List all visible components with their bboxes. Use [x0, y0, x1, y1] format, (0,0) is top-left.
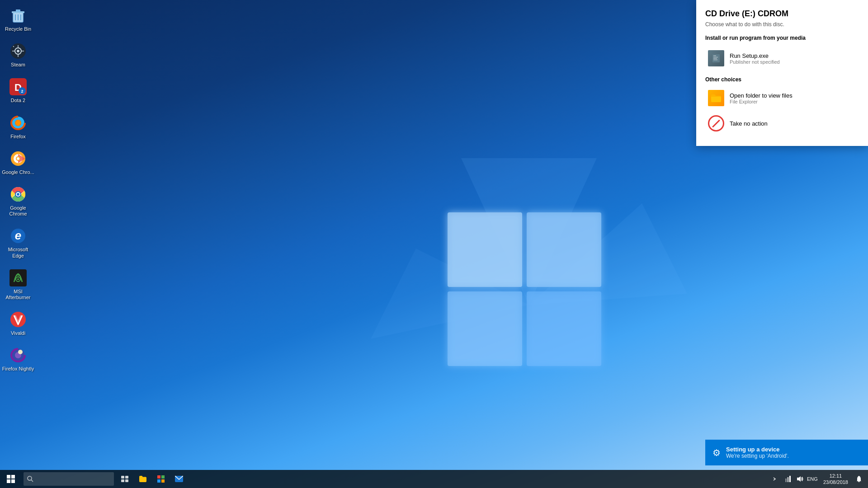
taskbar-mail[interactable] — [170, 470, 188, 488]
svg-rect-55 — [157, 475, 160, 479]
svg-rect-56 — [161, 475, 165, 479]
open-folder-sublabel: File Explorer — [730, 99, 793, 104]
svg-text:2: 2 — [21, 89, 23, 94]
desktop-icon-firefox-nightly[interactable]: Firefox Nightly — [0, 343, 36, 375]
task-view-button[interactable] — [116, 470, 134, 488]
svg-rect-51 — [121, 476, 124, 479]
taskbar-search[interactable] — [24, 472, 114, 486]
tray-language-label: ENG — [807, 476, 818, 482]
desktop-icon-msi-afterburner[interactable]: MSI Afterburner — [0, 266, 36, 303]
tray-expand-icon — [773, 477, 776, 481]
cd-drive-popup: CD Drive (E:) CDROM Choose what to do wi… — [696, 0, 868, 146]
vivaldi-icon — [9, 310, 27, 328]
desktop-icon-microsoft-edge[interactable]: e Microsoft Edge — [0, 224, 36, 261]
task-view-icon — [121, 476, 128, 482]
microsoft-edge-label: Microsoft Edge — [2, 247, 34, 258]
device-toast[interactable]: ⚙ Setting up a device We're setting up '… — [705, 440, 868, 465]
firefox-label: Firefox — [10, 134, 26, 140]
msi-afterburner-label: MSI Afterburner — [2, 289, 34, 300]
run-setup-label: Run Setup.exe — [730, 52, 780, 59]
firefox-nightly-label: Firefox Nightly — [2, 366, 34, 372]
svg-rect-53 — [121, 479, 124, 482]
tray-notifications[interactable] — [854, 474, 864, 484]
svg-line-50 — [31, 480, 33, 482]
svg-rect-64 — [859, 481, 860, 482]
tray-network[interactable] — [782, 474, 793, 484]
svg-rect-41 — [713, 56, 716, 56]
take-no-action-icon — [708, 115, 724, 131]
open-folder-label: Open folder to view files — [730, 92, 793, 99]
recycle-bin-label: Recycle Bin — [5, 26, 31, 32]
open-folder-icon — [708, 90, 724, 106]
svg-point-49 — [28, 476, 32, 480]
svg-rect-61 — [787, 477, 788, 482]
open-folder-option[interactable]: Open folder to view files File Explorer — [705, 86, 859, 110]
cd-popup-subtitle: Choose what to do with this disc. — [705, 21, 859, 28]
desktop-icon-recycle-bin[interactable]: Recycle Bin — [0, 4, 36, 35]
tray-language[interactable]: ENG — [807, 474, 818, 484]
desktop-icon-google-chrome-old[interactable]: Google Chro... — [0, 147, 36, 178]
svg-rect-3 — [448, 212, 522, 287]
google-chrome-icon — [9, 185, 27, 203]
start-button[interactable] — [0, 470, 22, 488]
network-icon — [783, 476, 791, 482]
toast-subtitle: We're setting up 'Android'. — [726, 453, 789, 459]
desktop-icon-dota2[interactable]: D 2 Dota 2 — [0, 75, 36, 106]
search-icon — [27, 476, 33, 482]
tray-chevron[interactable] — [769, 474, 780, 484]
taskbar-tray: ENG 12:11 23/08/2018 — [765, 473, 868, 486]
volume-icon — [796, 476, 803, 482]
cd-other-header: Other choices — [705, 76, 859, 83]
svg-rect-48 — [11, 479, 15, 483]
svg-rect-6 — [527, 291, 601, 366]
svg-rect-42 — [713, 57, 718, 57]
svg-rect-43 — [713, 58, 717, 59]
run-setup-icon — [708, 50, 724, 66]
svg-rect-5 — [448, 291, 522, 366]
take-no-action-label: Take no action — [730, 120, 768, 127]
svg-rect-60 — [785, 479, 787, 482]
svg-rect-52 — [125, 476, 128, 479]
svg-rect-45 — [7, 475, 10, 479]
steam-icon — [9, 42, 27, 60]
microsoft-edge-icon: e — [9, 227, 27, 245]
tray-volume[interactable] — [794, 474, 805, 484]
taskbar-clock[interactable]: 12:11 23/08/2018 — [820, 473, 852, 486]
take-no-action-option[interactable]: Take no action — [705, 112, 859, 135]
desktop-icon-google-chrome[interactable]: Google Chrome — [0, 183, 36, 220]
open-folder-text: Open folder to view files File Explorer — [730, 92, 793, 104]
google-chrome-old-label: Google Chro... — [2, 169, 34, 175]
desktop-icon-steam[interactable]: Steam — [0, 39, 36, 70]
svg-point-34 — [17, 278, 19, 280]
svg-rect-44 — [713, 60, 717, 60]
google-chrome-old-icon — [9, 150, 27, 168]
store-taskbar-icon — [157, 475, 165, 483]
svg-rect-9 — [16, 9, 20, 12]
dota2-icon: D 2 — [9, 78, 27, 96]
tray-time: 12:11 — [830, 473, 842, 479]
svg-text:e: e — [15, 229, 21, 242]
google-chrome-label: Google Chrome — [2, 205, 34, 217]
svg-rect-32 — [9, 269, 27, 286]
vivaldi-label: Vivaldi — [11, 330, 25, 336]
run-setup-option[interactable]: Run Setup.exe Publisher not specified — [705, 47, 859, 70]
notifications-icon — [856, 475, 862, 483]
taskbar-store[interactable] — [152, 470, 170, 488]
svg-rect-57 — [157, 479, 160, 483]
svg-point-25 — [17, 157, 19, 160]
firefox-nightly-icon — [9, 346, 27, 364]
cd-popup-title: CD Drive (E:) CDROM — [705, 9, 859, 19]
svg-rect-46 — [11, 475, 15, 479]
desktop: Recycle Bin Steam D — [0, 0, 868, 488]
msi-afterburner-icon — [9, 269, 27, 287]
svg-point-29 — [17, 193, 19, 196]
svg-point-15 — [17, 50, 19, 52]
firefox-icon — [9, 114, 27, 132]
tray-date: 23/08/2018 — [823, 479, 848, 485]
desktop-icon-firefox[interactable]: Firefox — [0, 111, 36, 142]
desktop-icon-vivaldi[interactable]: Vivaldi — [0, 308, 36, 339]
toast-text: Setting up a device We're setting up 'An… — [726, 446, 789, 459]
toast-title: Setting up a device — [726, 446, 789, 453]
svg-rect-62 — [789, 476, 791, 482]
taskbar-file-explorer[interactable] — [134, 470, 152, 488]
